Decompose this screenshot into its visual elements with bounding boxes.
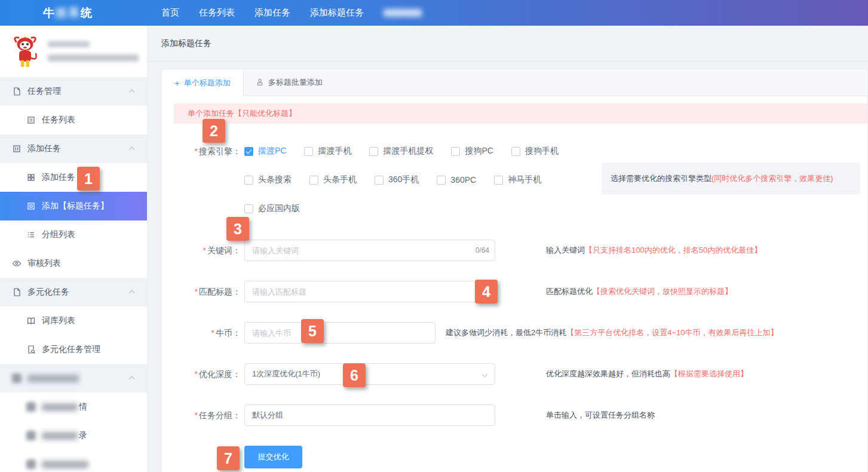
panel-icon bbox=[12, 144, 22, 154]
nav-item-home[interactable]: 首页 bbox=[161, 7, 179, 19]
checkbox-icon[interactable] bbox=[309, 176, 318, 185]
field-label: *搜索引擎： bbox=[174, 145, 241, 158]
required-mark: * bbox=[195, 369, 198, 379]
sidebar-item-group-list[interactable]: 分组列表 bbox=[0, 220, 147, 249]
engine-checkbox-baidu-pc[interactable]: 摆渡PC bbox=[244, 146, 286, 157]
doc-search-icon bbox=[26, 345, 36, 354]
checkbox-icon[interactable] bbox=[494, 176, 503, 185]
nav-item-censored[interactable] bbox=[384, 9, 422, 17]
sidebar-item-censored-2[interactable]: 录 bbox=[0, 421, 147, 450]
sidebar-item-add-title-task[interactable]: 添加【标题任务】 bbox=[0, 192, 147, 220]
eye-icon bbox=[12, 259, 22, 268]
brand-part: 统 bbox=[81, 7, 93, 19]
app-brand: 牛排系统 bbox=[0, 5, 148, 21]
sidebar-item-thesaurus-list[interactable]: 词库列表 bbox=[0, 307, 147, 335]
checkbox-icon[interactable] bbox=[244, 204, 253, 213]
tab-single-title-add[interactable]: + 单个标题添加 bbox=[162, 69, 244, 96]
engine-checkbox-bing-cn[interactable]: 必应国内版 bbox=[244, 203, 300, 214]
annotation-badge-1: 1 bbox=[77, 167, 100, 191]
censored-icon bbox=[26, 459, 36, 469]
breadcrumb: 添加标题任务 bbox=[148, 26, 868, 62]
engine-checkbox-baidu-mobile[interactable]: 摆渡手机 bbox=[304, 146, 351, 157]
censored-icon bbox=[26, 431, 36, 440]
submit-optimize-button[interactable]: 提交优化 bbox=[244, 446, 302, 468]
chevron-up-icon[interactable] bbox=[129, 376, 135, 382]
brand-censored-part: 排系 bbox=[56, 7, 81, 19]
char-counter: 0/64 bbox=[476, 240, 489, 261]
sidebar-section-add-task[interactable]: 添加任务 bbox=[0, 134, 147, 163]
nav-item-task-list[interactable]: 任务列表 bbox=[199, 7, 235, 19]
engine-checkbox-toutiao-mobile[interactable]: 头条手机 bbox=[309, 174, 357, 185]
sidebar-item-label: 多元化任务 bbox=[27, 287, 69, 298]
sidebar-item-censored-3[interactable] bbox=[0, 450, 147, 472]
task-group-hint: 单击输入，可设置任务分组名称 bbox=[546, 410, 655, 421]
sidebar-section-diversified-tasks[interactable]: 多元化任务 bbox=[0, 278, 147, 307]
required-mark: * bbox=[195, 146, 198, 156]
match-title-input-wrap bbox=[244, 281, 495, 302]
sidebar-item-label-suffix: 情 bbox=[79, 401, 87, 412]
checkbox-icon[interactable] bbox=[451, 147, 460, 156]
field-label: *任务分组： bbox=[174, 404, 241, 426]
checkbox-icon[interactable] bbox=[244, 176, 253, 185]
chevron-up-icon[interactable] bbox=[129, 147, 135, 153]
grid-icon bbox=[26, 173, 36, 182]
task-group-input-wrap bbox=[244, 404, 495, 426]
tab-batch-title-add[interactable]: 多标题批量添加 bbox=[244, 69, 335, 96]
tab-label: 多标题批量添加 bbox=[268, 77, 323, 88]
list-icon bbox=[26, 115, 36, 125]
brand-part: 牛 bbox=[43, 7, 56, 19]
keyword-hint: 输入关键词【只支持排名100内的优化，排名50内的优化最佳】 bbox=[546, 245, 762, 256]
sidebar-item-label: 任务列表 bbox=[42, 115, 75, 125]
file-icon bbox=[12, 287, 22, 297]
coins-hint: 建议多做词少消耗，最低2牛币消耗【第三方平台优化排名，设置4~10牛币，有效果后… bbox=[446, 327, 778, 338]
depth-hint: 优化深度越深效果越好，但消耗也高【根据需要选择使用】 bbox=[546, 369, 748, 379]
nav-item-add-title-task[interactable]: 添加标题任务 bbox=[310, 7, 364, 19]
censored-label bbox=[42, 461, 88, 468]
nav-item-add-task[interactable]: 添加任务 bbox=[254, 7, 290, 19]
engine-checkbox-sogou-mobile[interactable]: 搜狗手机 bbox=[511, 146, 559, 157]
sidebar-item-task-list[interactable]: 任务列表 bbox=[0, 106, 147, 134]
sidebar-item-review-list[interactable]: 审核列表 bbox=[0, 249, 147, 278]
match-title-input[interactable] bbox=[244, 281, 495, 302]
page-title: 添加标题任务 bbox=[161, 38, 211, 49]
chevron-up-icon[interactable] bbox=[129, 290, 135, 296]
alert-banner: 单个添加任务【只能优化标题】 bbox=[174, 103, 867, 124]
sidebar-item-add-task[interactable]: 添加任务 bbox=[0, 163, 147, 192]
file-icon bbox=[12, 87, 22, 96]
engine-checkbox-shenma-mobile[interactable]: 神马手机 bbox=[494, 174, 541, 185]
checkbox-icon[interactable] bbox=[511, 147, 520, 156]
engine-checkbox-group: 摆渡PC 摆渡手机 摆渡手机提权 搜狗PC 搜狗手机 头条搜索 头条手机 360… bbox=[244, 145, 559, 215]
engine-checkbox-toutiao-search[interactable]: 头条搜索 bbox=[244, 174, 292, 185]
tab-label: 单个标题添加 bbox=[184, 78, 231, 88]
sidebar: 任务管理 任务列表 添加任务 添加任务 添加【标题任务】 分组列表 审核列表 多… bbox=[0, 26, 148, 472]
engine-checkbox-360-mobile[interactable]: 360手机 bbox=[375, 174, 419, 185]
engine-checkbox-360-pc[interactable]: 360PC bbox=[437, 175, 476, 185]
checkbox-icon[interactable] bbox=[375, 176, 384, 185]
coins-input[interactable] bbox=[244, 322, 435, 344]
sidebar-item-label: 任务管理 bbox=[27, 86, 61, 97]
chevron-up-icon[interactable] bbox=[129, 90, 135, 96]
engine-checkbox-sogou-pc[interactable]: 搜狗PC bbox=[451, 146, 493, 157]
checkbox-icon[interactable] bbox=[437, 176, 446, 185]
keyword-input-wrap: 0/64 bbox=[244, 240, 495, 261]
depth-select[interactable]: 1次深度优化(1牛币) bbox=[244, 363, 495, 385]
mascot-logo bbox=[10, 34, 41, 69]
sidebar-profile bbox=[0, 26, 147, 77]
field-label: *牛币： bbox=[174, 322, 241, 344]
alert-text: 单个添加任务【只能优化标题】 bbox=[188, 108, 296, 119]
engine-checkbox-baidu-mobile-boost[interactable]: 摆渡手机提权 bbox=[369, 146, 433, 157]
checkbox-checked-icon[interactable] bbox=[244, 147, 253, 156]
chevron-down-icon bbox=[482, 372, 488, 378]
field-label: *匹配标题： bbox=[174, 281, 241, 302]
censored-label bbox=[27, 375, 79, 382]
match-title-hint: 匹配标题优化【搜索优化关键词，放快照显示的标题】 bbox=[546, 286, 732, 297]
engine-row-3: 必应国内版 bbox=[244, 202, 559, 215]
checkbox-icon[interactable] bbox=[369, 147, 378, 156]
checkbox-icon[interactable] bbox=[304, 147, 313, 156]
sidebar-item-diversified-task-management[interactable]: 多元化任务管理 bbox=[0, 335, 147, 364]
task-group-input[interactable] bbox=[244, 404, 495, 426]
sidebar-item-censored-1[interactable]: 情 bbox=[0, 393, 147, 421]
keyword-input[interactable] bbox=[244, 240, 495, 261]
sidebar-section-censored[interactable] bbox=[0, 364, 147, 393]
sidebar-section-task-management[interactable]: 任务管理 bbox=[0, 77, 147, 106]
